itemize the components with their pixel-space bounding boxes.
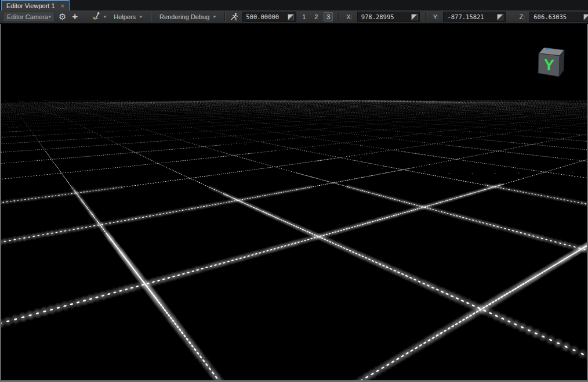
- y-coordinate-field[interactable]: -877.15821: [443, 12, 506, 22]
- scrub-handle-icon[interactable]: [583, 14, 588, 20]
- x-coordinate-value: 978.28995: [361, 13, 408, 20]
- run-icon: [230, 13, 239, 21]
- close-icon[interactable]: ×: [61, 3, 64, 9]
- camera-speed-field[interactable]: 500.00000: [242, 12, 296, 22]
- view-button-2[interactable]: 2: [311, 12, 321, 21]
- tab-label: Editor Viewport 1: [6, 2, 55, 9]
- toolbar-separator: [425, 12, 426, 21]
- plus-icon: +: [72, 11, 78, 23]
- viewport-3d[interactable]: Z Y: [0, 24, 588, 382]
- z-coordinate-label: Z:: [519, 13, 525, 20]
- toolbar-separator: [511, 12, 511, 21]
- tab-strip: Editor Viewport 1 ×: [0, 0, 588, 10]
- settings-button[interactable]: ⚙: [57, 11, 68, 23]
- toolbar-right-group: Helpers ▼ Rendering Debug ▼ 500.00000 1: [111, 11, 588, 23]
- chevron-down-icon: ▼: [139, 15, 143, 19]
- scrub-handle-icon[interactable]: [288, 14, 294, 20]
- x-coordinate-field[interactable]: 978.28995: [357, 12, 420, 22]
- camera-select-value: Editor Camera: [7, 13, 48, 20]
- viewport-canvas[interactable]: [1, 24, 587, 380]
- camera-select[interactable]: Editor Camera ▼: [3, 12, 55, 22]
- tab-editor-viewport-1[interactable]: Editor Viewport 1 ×: [1, 0, 70, 10]
- chevron-down-icon: ▼: [103, 15, 107, 19]
- toolbar-separator: [151, 12, 151, 21]
- gizmo-y-label: Y: [543, 56, 555, 74]
- axis-cube-gizmo[interactable]: Z Y: [531, 41, 572, 82]
- helpers-menu-button[interactable]: Helpers ▼: [111, 11, 146, 23]
- view-button-1[interactable]: 1: [299, 12, 308, 21]
- y-coordinate-label: Y:: [433, 13, 439, 20]
- x-coordinate-label: X:: [346, 13, 352, 20]
- gear-icon: ⚙: [59, 12, 66, 22]
- chevron-down-icon: ▼: [212, 15, 217, 19]
- y-coordinate-value: -877.15821: [447, 13, 494, 20]
- editor-window: Editor Viewport 1 × Editor Camera ▼ ⚙ +: [0, 0, 588, 382]
- scrub-handle-icon[interactable]: [497, 14, 503, 20]
- z-coordinate-value: 606.63035: [533, 13, 580, 20]
- viewport-toolbar: Editor Camera ▼ ⚙ + ▼ Helpers: [0, 10, 588, 24]
- gizmo-z-label: Z: [545, 43, 553, 51]
- chevron-down-icon: ▼: [48, 15, 52, 19]
- fly-camera-button[interactable]: ▼: [89, 11, 108, 23]
- z-coordinate-field[interactable]: 606.63035: [529, 12, 588, 22]
- toolbar-separator: [224, 12, 225, 21]
- scrub-handle-icon[interactable]: [411, 14, 418, 20]
- camera-speed-value: 500.00000: [246, 13, 285, 20]
- add-viewport-button[interactable]: +: [70, 11, 79, 23]
- rendering-debug-menu-button[interactable]: Rendering Debug ▼: [157, 11, 219, 23]
- view-button-3[interactable]: 3: [324, 12, 333, 21]
- fly-camera-icon: [90, 12, 101, 22]
- toolbar-separator: [338, 12, 339, 21]
